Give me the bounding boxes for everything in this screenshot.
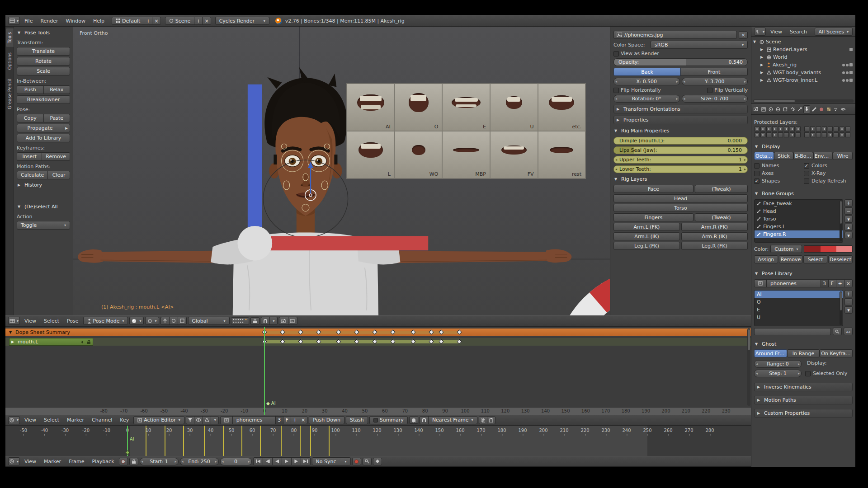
editor-type-timeline-icon[interactable]: ▾ <box>8 457 20 465</box>
rig-layer-head-button[interactable]: Head <box>613 194 748 202</box>
pose-lib-name-field[interactable]: phonemes <box>766 279 821 287</box>
keyframe-line[interactable] <box>165 426 165 456</box>
protected-layer-toggle[interactable] <box>840 132 844 137</box>
ghost-range-field[interactable]: Range:0 <box>754 360 802 368</box>
protected-layer-toggle[interactable] <box>784 127 789 131</box>
scene-dropdown[interactable]: Scene <box>165 17 195 25</box>
mode-dropdown[interactable]: Pose Mode▾ <box>83 317 128 325</box>
depth-front-button[interactable]: Front <box>680 68 748 76</box>
jump-next-keyframe-button[interactable] <box>291 457 301 465</box>
render-tab-icon[interactable] <box>753 105 760 113</box>
dopesheet-scrollbar[interactable] <box>747 328 750 406</box>
protected-layer-toggle[interactable] <box>790 127 795 131</box>
scale-button[interactable]: Scale <box>17 67 70 75</box>
background-image-field[interactable]: //phonemes.jpg <box>613 31 737 39</box>
texture-tab-icon[interactable] <box>825 105 832 113</box>
editor-type-outliner-icon[interactable]: ▾ <box>754 28 766 36</box>
viewport-3d[interactable]: Front Ortho AI O E U etc. L WQ MBP FV re… <box>73 27 610 315</box>
rig-main-properties-panel-header[interactable]: ▼Rig Main Properties <box>613 127 748 135</box>
manipulator-rotate-button[interactable] <box>169 317 178 325</box>
xray-checkbox[interactable] <box>804 171 809 176</box>
menu-playback[interactable]: Playback <box>89 458 117 465</box>
history-panel-header[interactable]: ▶History <box>17 181 70 189</box>
rig-layer-armr-ik-button[interactable]: Arm.R (IK) <box>681 232 748 240</box>
menu-key[interactable]: Key <box>117 416 132 424</box>
remove-from-group-button[interactable]: Remove <box>779 255 803 263</box>
menu-file[interactable]: File <box>21 17 36 25</box>
protected-layer-toggle[interactable] <box>778 127 783 131</box>
protected-layer-toggle[interactable] <box>804 127 809 131</box>
properties-panel-header[interactable]: ▶Properties <box>613 116 748 124</box>
copy-pose-button[interactable]: Copy <box>17 114 44 122</box>
jump-prev-keyframe-button[interactable] <box>263 457 273 465</box>
keying-set-dropdown-icon[interactable] <box>363 458 372 465</box>
sync-mode-dropdown[interactable]: No Sync▾ <box>312 457 351 465</box>
manipulator-translate-button[interactable] <box>160 317 170 325</box>
add-to-library-button[interactable]: Add To Library <box>17 134 70 142</box>
ghost-step-field[interactable]: Step:1 <box>754 370 802 377</box>
shapes-checkbox[interactable]: ✓ <box>754 178 760 184</box>
push-button[interactable]: Push <box>17 85 44 94</box>
translate-button[interactable]: Translate <box>17 47 70 56</box>
pose-library-panel-header[interactable]: ▼Pose Library <box>754 269 853 278</box>
color-set-dropdown[interactable]: Custom▾ <box>770 245 802 253</box>
transform-orientation-dropdown[interactable]: Global▾ <box>188 317 230 325</box>
insert-keyframe-icon[interactable] <box>373 458 382 465</box>
move-group-down-button[interactable]: ▾ <box>844 232 853 239</box>
outliner-item-akesh-rig[interactable]: ▶ Akesh_rig <box>753 61 854 69</box>
selected-only-checkbox[interactable] <box>805 371 811 376</box>
pose-lib-users-button[interactable]: 3 <box>821 279 829 287</box>
pose-filter-field[interactable] <box>754 328 831 335</box>
bone-group-item[interactable]: Head <box>755 207 843 215</box>
protected-layer-toggle[interactable] <box>760 127 765 131</box>
lips-seal-slider[interactable]: Lips Seal (jaw):0.150 <box>613 146 748 154</box>
calculate-paths-button[interactable]: Calculate <box>17 171 48 179</box>
new-pose-lib-button[interactable]: + <box>836 279 844 287</box>
unlink-pose-lib-button[interactable]: × <box>844 279 853 287</box>
display-mode-envelope[interactable]: Envelop <box>813 152 833 160</box>
ghost-on-keyframes-button[interactable]: On Keyframes <box>820 349 853 357</box>
rig-layer-arml-fk-button[interactable]: Arm.L (FK) <box>613 223 680 231</box>
menu-marker[interactable]: Marker <box>41 458 64 465</box>
menu-channel[interactable]: Channel <box>89 416 115 424</box>
outliner-item-scene[interactable]: ▼ Scene <box>753 38 854 46</box>
push-down-button[interactable]: Push Down <box>309 416 344 424</box>
rig-layer-arml-ik-button[interactable]: Arm.L (IK) <box>613 232 680 240</box>
editor-mode-dropdown[interactable]: Action Editor▾ <box>133 416 184 424</box>
display-panel-header[interactable]: ▼Display <box>754 142 853 151</box>
summary-toggle[interactable]: Summary <box>369 416 408 424</box>
rig-layer-face-tweak-button[interactable]: (Tweak) <box>695 185 748 193</box>
protected-layer-toggle[interactable] <box>834 127 839 131</box>
play-button[interactable] <box>282 457 292 465</box>
paste-keyframes-icon[interactable] <box>487 416 495 424</box>
action-users-button[interactable]: 3 <box>275 416 283 424</box>
paste-pose-button[interactable]: Paste <box>43 114 71 122</box>
fake-user-button[interactable]: F <box>283 416 291 424</box>
bone-tab-icon[interactable] <box>811 105 817 113</box>
layout-dropdown[interactable]: Default <box>112 17 144 25</box>
add-pose-button[interactable]: + <box>844 290 853 297</box>
motion-paths-panel-header[interactable]: ▶Motion Paths <box>754 396 853 404</box>
rig-layer-fingers-button[interactable]: Fingers <box>613 213 693 221</box>
menu-window[interactable]: Window <box>63 17 89 25</box>
keyframe-line[interactable] <box>260 426 261 456</box>
dopesheet-ruler[interactable]: -80-70-60-50-40-30-20-100102030405060708… <box>5 407 751 415</box>
color-space-dropdown[interactable]: sRGB▾ <box>651 41 748 49</box>
menu-select[interactable]: Select <box>41 317 62 325</box>
snap-element-dropdown[interactable]: ▾ <box>269 317 278 325</box>
protected-layer-toggle[interactable] <box>822 127 827 131</box>
protected-layer-toggle[interactable] <box>755 127 760 131</box>
rig-layers-panel-header[interactable]: ▼Rig Layers <box>613 175 748 183</box>
world-tab-icon[interactable] <box>774 105 781 113</box>
close-scene-button[interactable]: × <box>202 17 211 25</box>
restrict-toggles[interactable] <box>842 63 854 66</box>
jump-to-start-button[interactable] <box>253 457 263 465</box>
size-field[interactable]: Size:0.700 <box>682 95 748 103</box>
constraints-tab-icon[interactable] <box>789 105 796 113</box>
protected-layer-toggle[interactable] <box>778 132 783 137</box>
bone-group-item[interactable]: Torso <box>755 215 843 223</box>
protected-layer-toggle[interactable] <box>784 132 789 137</box>
protected-layer-toggle[interactable] <box>796 132 801 137</box>
restrict-toggles[interactable] <box>842 79 854 82</box>
names-checkbox[interactable] <box>754 163 760 169</box>
